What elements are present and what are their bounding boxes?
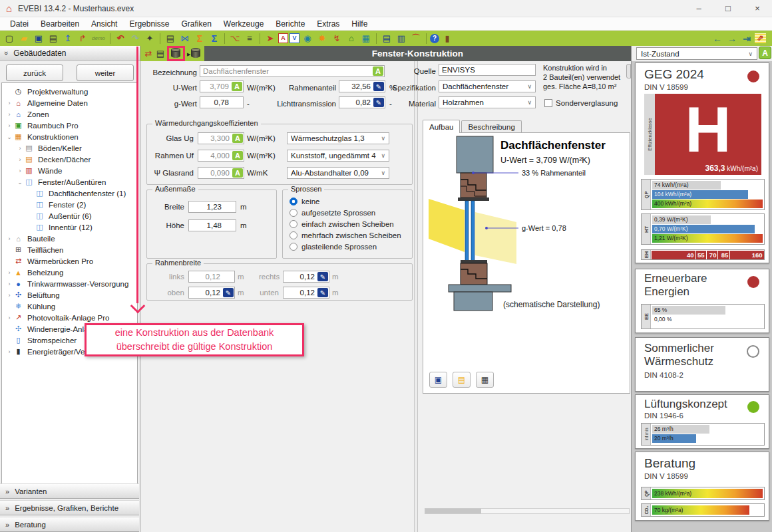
waerme-select[interactable]: Alu-Abstandhalter 0,09 ∨ — [287, 167, 389, 179]
radio-icon[interactable] — [290, 220, 297, 228]
tree-item[interactable]: ◫ Außentür (6) — [2, 210, 137, 221]
save-image-icon[interactable]: ▣ — [429, 372, 447, 388]
sidebar-panel-bar[interactable]: » Ergebnisse, Grafiken, Berichte — [0, 500, 139, 515]
tree-item[interactable]: ⊞ Teilflächen — [2, 244, 137, 255]
expander-icon[interactable]: ⌄ — [5, 134, 13, 140]
report-error-icon[interactable]: ▥ — [395, 32, 408, 45]
structure-icon[interactable]: ⌥ — [228, 32, 242, 45]
tree-item[interactable]: › ⌂ Bauteile — [2, 233, 137, 244]
back-button[interactable]: zurück — [6, 65, 63, 81]
tree-item[interactable]: › ⌂ Allgemeine Daten — [2, 97, 137, 108]
waerme-value-input[interactable]: 0,090 A — [198, 167, 244, 179]
redo-icon[interactable]: ↷ — [128, 32, 142, 45]
quelle-input[interactable]: ENVISYS — [439, 64, 536, 76]
menu-item[interactable]: Datei — [4, 19, 35, 29]
bezeichnung-input[interactable]: Dachflächenfenster A — [200, 65, 385, 77]
sprossen-option[interactable]: glasteilende Sprossen — [283, 241, 412, 252]
waerme-value-input[interactable]: 3,300 A — [198, 132, 244, 144]
waerme-select[interactable]: Kunststoff, ungedämmt 4 ∨ — [287, 150, 389, 162]
horizontal-scrollbar[interactable] — [425, 508, 630, 514]
exit-icon[interactable]: ▮ — [441, 32, 454, 45]
expander-icon[interactable]: › — [5, 235, 13, 242]
next-button[interactable]: weiter — [77, 65, 134, 81]
unten-input[interactable]: 0,12✎ — [283, 287, 329, 299]
sprossen-option[interactable]: aufgesetzte Sprossen — [283, 207, 412, 219]
close-button[interactable]: × — [743, 0, 772, 17]
tree-item[interactable]: ❄ Kühlung — [2, 301, 137, 312]
undo-icon[interactable]: ↶ — [114, 32, 127, 45]
open-folder-icon[interactable]: ▰ — [17, 32, 31, 45]
compare-constructions-icon[interactable]: ⇄ — [142, 47, 154, 60]
bolt-icon[interactable]: ↯ — [330, 32, 343, 45]
grid-icon[interactable]: ▦ — [359, 32, 373, 45]
flag-icon[interactable]: ➤ — [264, 32, 277, 45]
wizard-icon[interactable]: ✦ — [143, 32, 156, 45]
links-input[interactable]: 0,12 — [188, 271, 235, 283]
collapse-icon[interactable]: » — [3, 51, 11, 55]
database-export-icon[interactable]: ▶ — [191, 48, 200, 59]
tree-item[interactable]: › ⌂ Zonen — [2, 108, 137, 120]
material-select[interactable]: Holzrahmen ∨ — [439, 96, 536, 108]
tree-item[interactable]: › ▣ Raumbuch Pro — [2, 120, 137, 131]
new-file-icon[interactable]: ▢ — [3, 32, 16, 45]
expander-icon[interactable]: › — [5, 269, 13, 276]
tree-item[interactable]: ◫ Dachflächenfenster (1) — [2, 188, 137, 199]
oben-input[interactable]: 0,12✎ — [188, 287, 235, 299]
calc-report-icon[interactable]: ▤ — [380, 32, 393, 45]
sprossen-option[interactable]: mehrfach zwischen Scheiben — [283, 229, 412, 241]
sprossen-option[interactable]: einfach zwischen Scheiben — [283, 219, 412, 230]
menu-item[interactable]: Werkzeuge — [218, 19, 270, 29]
radio-icon[interactable] — [290, 198, 297, 205]
spezifikation-select[interactable]: Dachflächenfenster ∨ — [439, 80, 536, 92]
tree-item[interactable]: › ↗ Photovoltaik-Anlage Pro — [2, 312, 137, 323]
g-wert-input[interactable]: 0,78 — [200, 96, 244, 108]
import-icon[interactable]: ↱ — [76, 32, 89, 45]
expander-icon[interactable]: › — [16, 145, 24, 152]
menu-item[interactable]: Bearbeiten — [35, 19, 85, 29]
tree-item[interactable]: ⌄ ▦ Konstruktionen — [2, 131, 137, 142]
expander-icon[interactable]: › — [5, 292, 13, 299]
tree-item[interactable]: › ▤ Böden/Keller — [2, 142, 137, 154]
minimize-button[interactable]: – — [684, 0, 713, 17]
sum-orange-icon[interactable]: Σ — [193, 32, 206, 45]
report-icon[interactable]: ▤ — [164, 32, 177, 45]
expander-icon[interactable]: › — [5, 122, 13, 129]
print-image-icon[interactable]: ▦ — [476, 372, 494, 388]
expander-icon[interactable]: ⌄ — [16, 179, 24, 186]
efficiency-chart-icon[interactable]: ⇗ — [755, 33, 766, 43]
tree-item[interactable]: › ▤ Decken/Dächer — [2, 154, 137, 165]
nav-back-icon[interactable]: ← — [711, 32, 724, 45]
list-icon[interactable]: ≡ — [243, 32, 256, 45]
radio-icon[interactable] — [290, 209, 297, 217]
expander-icon[interactable]: › — [16, 168, 24, 174]
panel-collapse-handle[interactable] — [626, 64, 631, 78]
variant-select[interactable]: Ist-Zustand ∨ — [636, 47, 757, 60]
menu-item[interactable]: Ansicht — [85, 19, 123, 29]
nav-forward-icon[interactable]: → — [725, 32, 739, 45]
sidebar-header[interactable]: » Gebäudedaten — [0, 46, 140, 61]
menu-item[interactable]: Hilfe — [345, 19, 373, 29]
dimension-input[interactable]: 1,23 — [188, 201, 236, 213]
tab[interactable]: Aufbau — [423, 120, 460, 133]
v-badge-icon[interactable]: V — [290, 33, 299, 43]
paste-icon[interactable]: ↥ — [61, 32, 75, 45]
demo-label[interactable]: demo — [91, 32, 106, 45]
expander-icon[interactable]: › — [5, 315, 13, 321]
tree-item[interactable]: ⇄ Wärmebrücken Pro — [2, 255, 137, 267]
copy-icon[interactable]: ▤ — [47, 32, 60, 45]
expander-icon[interactable]: › — [5, 111, 13, 118]
sidebar-panel-bar[interactable]: » Beratung — [0, 517, 139, 532]
radio-icon[interactable] — [290, 243, 297, 251]
sum-blue-icon[interactable]: Σ — [208, 32, 221, 45]
radio-icon[interactable] — [290, 231, 297, 239]
scrollbar-thumb[interactable] — [425, 509, 481, 513]
menu-item[interactable]: Berichte — [270, 19, 311, 29]
rechts-input[interactable]: 0,12✎ — [283, 271, 329, 283]
tree-item[interactable]: › ▥ Wände — [2, 165, 137, 176]
expander-icon[interactable]: › — [5, 100, 13, 106]
sidebar-panel-bar[interactable]: » Varianten — [0, 483, 139, 499]
u-wert-input[interactable]: 3,709 A — [200, 80, 244, 92]
tree-item[interactable]: ⌄ ◫ Fenster/Außentüren — [2, 176, 137, 188]
tab[interactable]: Beschreibung — [461, 120, 521, 133]
copy-image-icon[interactable]: ▤ — [453, 372, 471, 388]
